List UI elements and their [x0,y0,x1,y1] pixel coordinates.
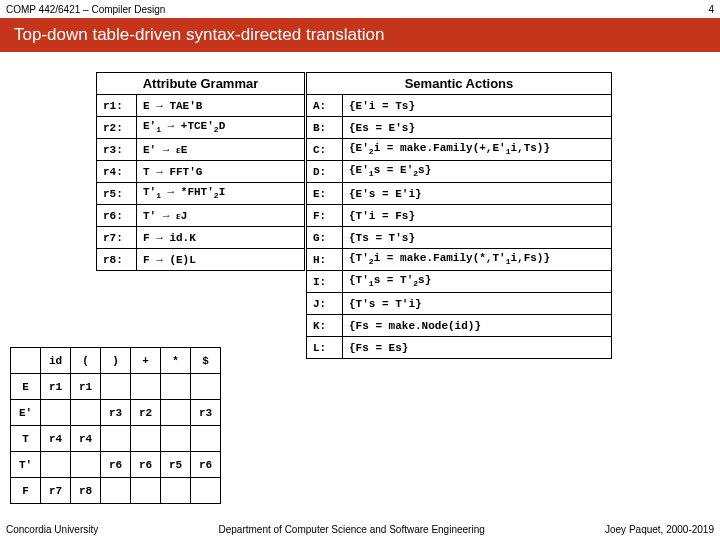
parse-row: Tr4r4 [11,426,221,452]
attr-rule-id: r8: [97,249,137,271]
attr-row: r4:T → FFT'G [97,161,305,183]
parse-cell: r4 [41,426,71,452]
parse-row: E'r3r2r3 [11,400,221,426]
sem-action: {T'1s = T'2s} [343,271,612,293]
sem-row: I:{T'1s = T'2s} [307,271,612,293]
attr-rule-id: r5: [97,183,137,205]
sem-action: {Ts = T's} [343,227,612,249]
attr-rule-id: r2: [97,117,137,139]
attr-production: E'1 → +TCE'2D [137,117,305,139]
sem-row: G:{Ts = T's} [307,227,612,249]
course-header: COMP 442/6421 – Compiler Design 4 [0,0,720,18]
parse-cell [131,426,161,452]
sem-key: B: [307,117,343,139]
parse-cell [131,374,161,400]
footer-right: Joey Paquet, 2000-2019 [605,524,714,535]
sem-key: G: [307,227,343,249]
attr-production: F → id.K [137,227,305,249]
attr-row: r7:F → id.K [97,227,305,249]
parse-cell: r1 [41,374,71,400]
parse-cell [191,374,221,400]
slide-content: Attribute Grammar r1:E → TAE'Br2:E'1 → +… [0,52,720,502]
attr-header: Attribute Grammar [97,73,305,95]
attribute-grammar-table: Attribute Grammar r1:E → TAE'Br2:E'1 → +… [96,72,305,271]
attr-rule-id: r3: [97,139,137,161]
parse-row-header: E' [11,400,41,426]
attr-rule-id: r7: [97,227,137,249]
sem-action: {Fs = make.Node(id)} [343,315,612,337]
sem-action: {E'i = Ts} [343,95,612,117]
slide-number: 4 [708,4,714,15]
parse-row-header: T [11,426,41,452]
attr-production: F → (E)L [137,249,305,271]
parse-col-header: + [131,348,161,374]
attr-row: r2:E'1 → +TCE'2D [97,117,305,139]
parse-cell: r6 [191,452,221,478]
attr-rule-id: r6: [97,205,137,227]
sem-key: A: [307,95,343,117]
sem-key: D: [307,161,343,183]
parse-cell [101,478,131,504]
sem-action: {Es = E's} [343,117,612,139]
footer-middle: Department of Computer Science and Softw… [219,524,485,535]
parse-cell [71,452,101,478]
sem-key: H: [307,249,343,271]
parse-row: T'r6r6r5r6 [11,452,221,478]
sem-row: H:{T'2i = make.Family(*,T'1i,Fs)} [307,249,612,271]
sem-action: {E'1s = E'2s} [343,161,612,183]
sem-action: {E's = E'i} [343,183,612,205]
parse-cell [161,374,191,400]
parse-row-header: F [11,478,41,504]
parse-row: Er1r1 [11,374,221,400]
parse-col-header: ( [71,348,101,374]
sem-row: E:{E's = E'i} [307,183,612,205]
attr-row: r1:E → TAE'B [97,95,305,117]
parse-cell [101,426,131,452]
attr-row: r6:T' → εJ [97,205,305,227]
sem-key: J: [307,293,343,315]
sem-row: L:{Fs = Es} [307,337,612,359]
parse-cell: r2 [131,400,161,426]
attr-rule-id: r4: [97,161,137,183]
sem-key: I: [307,271,343,293]
parse-cell: r3 [191,400,221,426]
parse-cell [191,426,221,452]
semantic-actions-table: Semantic Actions A:{E'i = Ts}B:{Es = E's… [306,72,612,359]
parse-cell: r6 [131,452,161,478]
parse-cell [161,426,191,452]
sem-action: {T'2i = make.Family(*,T'1i,Fs)} [343,249,612,271]
sem-key: C: [307,139,343,161]
parse-table: id()+*$ Er1r1E'r3r2r3Tr4r4T'r6r6r5r6Fr7r… [10,347,221,504]
parse-cell: r8 [71,478,101,504]
parse-col-header: $ [191,348,221,374]
parse-cell [41,400,71,426]
parse-cell: r3 [101,400,131,426]
sem-action: {E'2i = make.Family(+,E'1i,Ts)} [343,139,612,161]
parse-cell: r5 [161,452,191,478]
parse-row-header: E [11,374,41,400]
parse-cell [131,478,161,504]
attr-production: E → TAE'B [137,95,305,117]
attr-production: E' → εE [137,139,305,161]
parse-row: Fr7r8 [11,478,221,504]
parse-cell: r4 [71,426,101,452]
parse-col-header: * [161,348,191,374]
parse-cell: r7 [41,478,71,504]
attr-row: r8:F → (E)L [97,249,305,271]
parse-cell [71,400,101,426]
attr-production: T'1 → *FHT'2I [137,183,305,205]
sem-row: J:{T's = T'i} [307,293,612,315]
slide-title: Top-down table-driven syntax-directed tr… [14,25,384,45]
parse-row-header: T' [11,452,41,478]
parse-cell [191,478,221,504]
sem-key: K: [307,315,343,337]
sem-row: A:{E'i = Ts} [307,95,612,117]
parse-cell [161,400,191,426]
sem-key: L: [307,337,343,359]
sem-row: B:{Es = E's} [307,117,612,139]
parse-cell: r1 [71,374,101,400]
parse-cell: r6 [101,452,131,478]
sem-row: K:{Fs = make.Node(id)} [307,315,612,337]
attr-row: r5:T'1 → *FHT'2I [97,183,305,205]
sem-row: D:{E'1s = E'2s} [307,161,612,183]
